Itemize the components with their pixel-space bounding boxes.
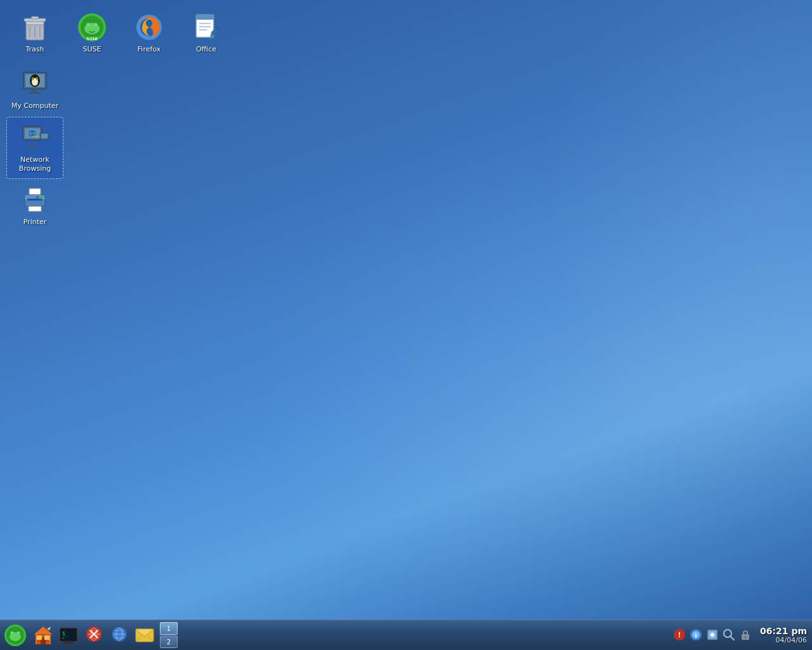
svg-point-15 xyxy=(95,24,96,25)
top-icon-row: Trash xyxy=(6,6,235,60)
office-icon-desktop[interactable]: Office xyxy=(178,6,235,60)
suse-icon-image: SUSE xyxy=(77,12,107,43)
mail-taskbar-button[interactable] xyxy=(133,624,156,647)
suse-icon-desktop[interactable]: SUSE SUSE xyxy=(63,6,121,60)
firefox-icon-desktop[interactable]: Firefox xyxy=(121,6,178,60)
system-tray: ! i xyxy=(672,626,812,645)
network-browsing-icon-desktop[interactable]: Network Browsing xyxy=(6,117,63,180)
svg-rect-3 xyxy=(31,17,39,19)
svg-point-61 xyxy=(18,632,18,633)
svg-point-31 xyxy=(32,78,34,79)
svg-point-101 xyxy=(744,637,746,639)
trash-label: Trash xyxy=(25,45,44,54)
svg-line-99 xyxy=(731,637,734,640)
virtual-desktop-2[interactable]: 2 xyxy=(160,635,178,648)
svg-point-98 xyxy=(724,630,731,637)
svg-text:SUSE: SUSE xyxy=(86,36,98,41)
svg-rect-50 xyxy=(29,206,41,211)
svg-text:!: ! xyxy=(678,632,681,639)
svg-point-51 xyxy=(40,196,43,199)
printer-label: Printer xyxy=(23,218,47,227)
virtual-desktops: 1 2 xyxy=(160,622,178,648)
svg-point-32 xyxy=(36,78,37,79)
svg-text:>: > xyxy=(62,635,65,640)
svg-rect-20 xyxy=(196,15,214,20)
svg-rect-65 xyxy=(37,635,42,640)
network-browsing-icon-image xyxy=(20,123,50,153)
column-icon-area: My Computer xyxy=(6,63,235,232)
home-taskbar-button[interactable] xyxy=(32,624,55,647)
svg-rect-48 xyxy=(27,199,43,201)
office-label: Office xyxy=(196,45,216,54)
network-taskbar-button[interactable] xyxy=(82,624,105,647)
svg-rect-33 xyxy=(32,89,37,92)
printer-icon-desktop[interactable]: Printer xyxy=(6,179,63,232)
my-computer-icon-desktop[interactable]: My Computer xyxy=(6,63,63,116)
trash-icon-image xyxy=(20,12,50,43)
svg-rect-34 xyxy=(29,92,41,94)
svg-rect-38 xyxy=(29,145,36,147)
clock-date: 04/04/06 xyxy=(776,636,807,644)
printer-icon-image xyxy=(20,185,50,215)
tray-security-icon[interactable]: ! xyxy=(672,628,686,642)
svg-text:i: i xyxy=(695,632,697,639)
clock-time: 06:21 pm xyxy=(760,626,807,637)
taskbar: $_ > xyxy=(0,620,812,650)
svg-rect-72 xyxy=(63,642,74,644)
svg-point-52 xyxy=(36,196,39,199)
svg-point-60 xyxy=(11,632,12,633)
clock-display[interactable]: 06:21 pm 04/04/06 xyxy=(760,626,807,645)
firefox-label: Firefox xyxy=(138,45,160,54)
suse-label: SUSE xyxy=(83,45,102,54)
virtual-desktop-1[interactable]: 1 xyxy=(160,622,178,635)
desktop-icons-area: Trash xyxy=(0,0,241,239)
tray-applet-icon[interactable] xyxy=(705,628,719,642)
svg-rect-43 xyxy=(41,134,48,138)
desktop: Trash xyxy=(0,0,812,650)
my-computer-icon-image xyxy=(20,69,50,99)
firefox-icon-image xyxy=(134,12,164,43)
tray-lock-icon[interactable] xyxy=(738,628,752,642)
svg-rect-66 xyxy=(44,635,49,640)
terminal-taskbar-button[interactable]: $_ > xyxy=(57,624,80,647)
network2-taskbar-button[interactable] xyxy=(108,624,131,647)
my-computer-label: My Computer xyxy=(11,102,58,110)
office-icon-image xyxy=(191,12,221,43)
network-browsing-label: Network Browsing xyxy=(10,156,60,174)
svg-point-14 xyxy=(88,24,88,25)
trash-icon-desktop[interactable]: Trash xyxy=(6,6,63,60)
svg-marker-67 xyxy=(47,627,51,630)
tray-update-icon[interactable]: i xyxy=(689,628,703,642)
tray-search-icon[interactable] xyxy=(722,628,736,642)
suse-menu-button[interactable] xyxy=(1,621,29,649)
